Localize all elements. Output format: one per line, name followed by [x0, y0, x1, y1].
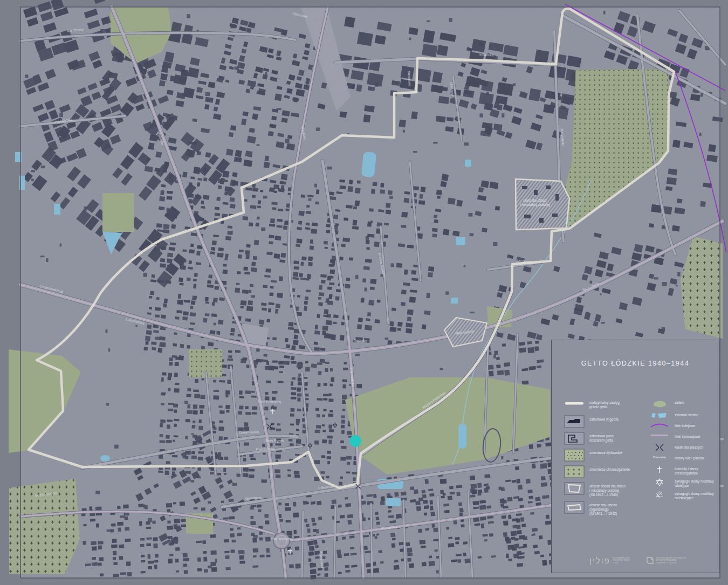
legend-panel: GETTO ŁÓDZKIE 1940–1944 maksymalny zasię…: [551, 340, 719, 573]
legend-item-label: synagogi i domy modlitwynieistniejące: [675, 490, 714, 500]
legend-item-right-1: zbiorniki wodne: [649, 411, 715, 420]
built-ghetto-swatch-icon: [564, 415, 585, 428]
legend-item-left-2: zabudowa pozaobszarem getta: [564, 432, 649, 445]
green-swatch-icon: [649, 398, 670, 409]
street-name-swatch-icon: Dworska: [649, 454, 670, 460]
legend-item-label: synagogi i domy modlitwyistniejące: [675, 477, 714, 488]
polin-logo: פולין MUZEUM HISTORIIŻYDÓW POLSKICHPOLIN: [589, 556, 630, 565]
legend-item-label: linie kolejowe: [675, 422, 695, 428]
legend-left-column: maksymalny zasięggranic gettazabudowa w …: [564, 398, 649, 520]
legend-item-left-0: maksymalny zasięggranic getta: [564, 398, 649, 411]
legend-item-left-5: obszar obozu dla dziecii młodzieży polsk…: [564, 482, 649, 497]
cbz-logo-mark: [646, 556, 654, 565]
church-cross-swatch-icon: [649, 465, 670, 474]
polin-logo-text: MUZEUM HISTORIIŻYDÓW POLSKICHPOLIN: [613, 557, 630, 564]
legend-item-right-6: kościoły i zborychrześcijańskie: [649, 465, 715, 476]
legend-logos: פולין MUZEUM HISTORIIŻYDÓW POLSKICHPOLIN…: [589, 556, 686, 565]
synagogue-existing-swatch-icon: [649, 477, 670, 487]
cbz-logo-text: CENTRUM BADAŃ ŻYDOWSKICHIM. FILIPA FRIED…: [656, 557, 686, 564]
legend-item-left-6: obszar tzw. obozucygańskiego(XI 1941 – I…: [564, 501, 649, 516]
map-stage: obóz dla dziecii młodzieży polskiej obóz…: [0, 0, 728, 585]
camp-gypsy-swatch-icon: [564, 501, 585, 514]
svg-text:Dworska: Dworska: [653, 456, 666, 459]
polin-logo-glyphs: פולין: [589, 556, 610, 566]
cbz-logo: CENTRUM BADAŃ ŻYDOWSKICHIM. FILIPA FRIED…: [646, 556, 686, 565]
legend-item-label: zieleń: [675, 398, 684, 405]
legend-item-right-7: synagogi i domy modlitwyistniejące: [649, 477, 715, 488]
legend-item-label: zabudowa w getcie: [589, 415, 619, 422]
legend-item-right-0: zieleń: [649, 398, 715, 409]
legend-right-column: zieleńzbiorniki wodnelinie kolejowelinie…: [649, 398, 715, 520]
camp-children-swatch-icon: [564, 482, 585, 495]
tramway-swatch-icon: [649, 432, 670, 438]
built-outside-swatch-icon: [564, 432, 585, 445]
legend-item-left-1: zabudowa w getcie: [564, 415, 649, 428]
legend-item-label: cmentarze chrześcijańskie: [589, 465, 630, 472]
legend-item-right-5: Dworskanazwy ulic i placów: [649, 454, 715, 463]
legend-item-right-3: linie tramwajowe: [649, 432, 715, 442]
legend-item-right-8: synagogi i domy modlitwynieistniejące: [649, 490, 715, 500]
legend-title: GETTO ŁÓDZKIE 1940–1944: [552, 360, 719, 367]
boundary-line-swatch-icon: [564, 398, 585, 408]
water-swatch-icon: [649, 411, 670, 419]
legend-item-label: kładki dla pieszych: [675, 443, 703, 450]
legend-item-left-3: cmentarze żydowskie: [564, 449, 649, 462]
legend-item-label: obszar obozu dla dziecii młodzieży polsk…: [589, 482, 626, 497]
cemetery-christian-swatch-icon: [564, 465, 585, 478]
railway-swatch-icon: [649, 422, 670, 429]
legend-item-label: zbiorniki wodne: [675, 411, 698, 417]
legend-item-label: maksymalny zasięggranic getta: [589, 398, 620, 409]
legend-item-label: nazwy ulic i placów: [675, 454, 704, 460]
footbridge-swatch-icon: [649, 443, 670, 452]
legend-item-left-4: cmentarze chrześcijańskie: [564, 465, 649, 478]
legend-columns: maksymalny zasięggranic gettazabudowa w …: [564, 398, 715, 520]
legend-item-label: linie tramwajowe: [675, 432, 700, 439]
legend-item-label: kościoły i zborychrześcijańskie: [675, 465, 698, 476]
legend-item-label: cmentarze żydowskie: [589, 449, 622, 455]
legend-item-label: zabudowa pozaobszarem getta: [589, 432, 614, 443]
legend-item-right-2: linie kolejowe: [649, 422, 715, 431]
legend-item-right-4: kładki dla pieszych: [649, 443, 715, 452]
synagogue-gone-swatch-icon: [649, 490, 670, 499]
legend-item-label: obszar tzw. obozucygańskiego(XI 1941 – I…: [589, 501, 617, 516]
cemetery-jewish-swatch-icon: [564, 449, 585, 462]
